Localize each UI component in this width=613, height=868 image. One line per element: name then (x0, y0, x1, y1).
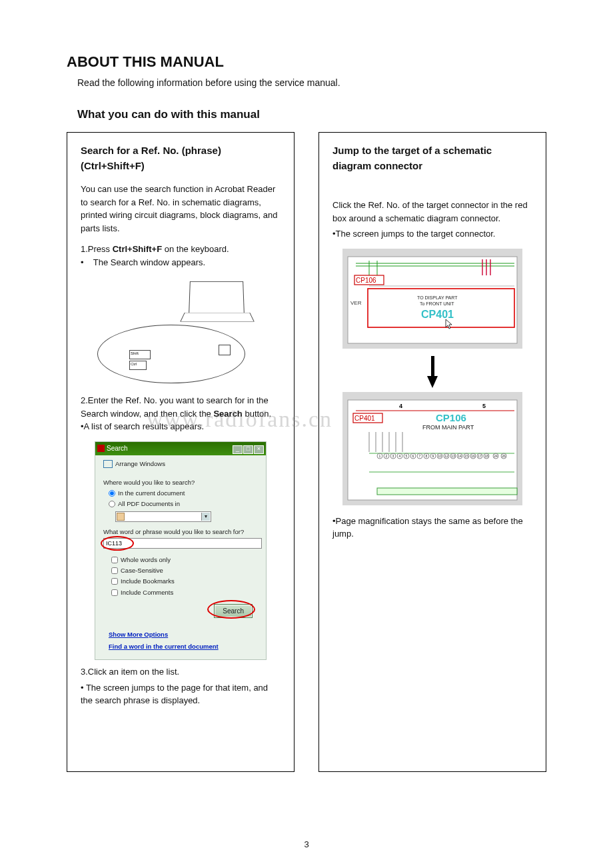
svg-text:6: 6 (412, 454, 414, 458)
folder-dropdown[interactable]: ▾ (115, 511, 211, 522)
svg-rect-1 (348, 257, 517, 343)
right-panel-title: Jump to the target of a schematic diagra… (332, 143, 532, 173)
svg-text:17: 17 (478, 454, 482, 458)
chevron-down-icon[interactable]: ▾ (201, 513, 210, 521)
to-display-part: TO DISPLAY PART (417, 295, 458, 300)
axis-5: 5 (482, 403, 486, 409)
cp401-label: CP401 (354, 415, 375, 422)
highlight-oval-input (101, 536, 134, 551)
maximize-icon[interactable]: □ (243, 445, 253, 454)
pdf-icon (97, 445, 105, 452)
step2: 2.Enter the Ref. No. you want to search … (81, 394, 281, 433)
radio-current-input[interactable] (109, 490, 115, 497)
ver-label: VER (350, 300, 362, 306)
right-panel: Jump to the target of a schematic diagra… (318, 132, 546, 772)
minimize-icon[interactable]: _ (233, 445, 243, 454)
cp401-target-link[interactable]: CP401 (421, 309, 454, 320)
intro-text: Read the following information before us… (77, 77, 546, 88)
svg-text:10: 10 (438, 454, 442, 458)
step1-bullet: The Search window appears. (93, 257, 205, 267)
left-panel: Search for a Ref. No. (phrase) (Ctrl+Shi… (67, 132, 295, 772)
shift-key-icon: Shift (129, 350, 151, 359)
right-note: •Page magnification stays the same as be… (332, 515, 532, 541)
dialog-titlebar: Search _□× (95, 442, 266, 455)
radio-current-label: In the current document (118, 489, 185, 498)
link-show-more[interactable]: Show More Options (109, 630, 258, 639)
svg-text:26: 26 (502, 454, 506, 458)
radio-all-label: All PDF Documents in (118, 499, 180, 509)
radio-all-pdf[interactable]: All PDF Documents in (109, 499, 258, 509)
page-title: ABOUT THIS MANUAL (67, 53, 546, 71)
cp106-label: CP106 (356, 277, 376, 284)
radio-all-input[interactable] (109, 501, 115, 507)
svg-text:18: 18 (484, 454, 488, 458)
to-front-unit: To FRONT UNIT (420, 301, 454, 306)
left-panel-title: Search for a Ref. No. (phrase) (Ctrl+Shi… (81, 143, 281, 173)
step2-bold: Search (213, 409, 242, 419)
f-key-icon (219, 345, 231, 355)
right-desc1: Click the Ref. No. of the target connect… (332, 199, 532, 225)
step1-pre: 1.Press (81, 244, 113, 254)
svg-text:9: 9 (432, 454, 434, 458)
svg-text:16: 16 (471, 454, 475, 458)
step2-bullet: •A list of search results appears. (81, 421, 204, 431)
svg-text:5: 5 (406, 454, 408, 458)
highlight-oval-search (207, 600, 255, 619)
arrange-label: Arrange Windows (115, 459, 165, 469)
search-dialog: Search _□× Arrange Windows Where would y… (95, 441, 267, 661)
svg-rect-62 (377, 488, 517, 495)
chk-bookmarks[interactable]: Include Bookmarks (111, 577, 258, 586)
schematic-2-svg: 4 5 CP401 CP106 FROM MAIN PART (342, 392, 522, 505)
right-desc2: •The screen jumps to the target connecto… (332, 227, 532, 241)
cp106-target-link[interactable]: CP106 (436, 412, 466, 423)
laptop-icon (189, 281, 245, 314)
step1: 1.Press Ctrl+Shift+F on the keyboard. • … (81, 243, 281, 269)
where-label: Where would you like to search? (103, 478, 258, 487)
step1-key: Ctrl+Shift+F (113, 244, 162, 254)
from-main-part: FROM MAIN PART (422, 424, 474, 431)
arrow-stem (431, 356, 434, 376)
window-buttons: _□× (232, 443, 264, 454)
two-column-layout: Search for a Ref. No. (phrase) (Ctrl+Shi… (67, 132, 546, 772)
manual-page: ABOUT THIS MANUAL Read the following inf… (0, 0, 613, 868)
schematic-top-image: CP106 VER TO DISPLAY PART To FRONT UNIT … (342, 249, 522, 353)
svg-text:13: 13 (451, 454, 455, 458)
close-icon[interactable]: × (254, 445, 264, 454)
svg-text:3: 3 (392, 454, 394, 458)
word-label: What word or phrase would you like to se… (103, 527, 258, 537)
window-icon (103, 460, 113, 468)
svg-text:1: 1 (379, 454, 381, 458)
arrange-windows-row[interactable]: Arrange Windows (103, 459, 258, 469)
chk-whole-words[interactable]: Whole words only (111, 555, 258, 565)
dialog-title: Search (107, 443, 128, 453)
schematic-1-svg: CP106 VER TO DISPLAY PART To FRONT UNIT … (342, 249, 522, 349)
chk-case[interactable]: Case-Sensitive (111, 566, 258, 575)
svg-text:7: 7 (419, 454, 421, 458)
page-number: 3 (0, 839, 613, 849)
svg-text:8: 8 (426, 454, 428, 458)
svg-text:24: 24 (494, 454, 498, 458)
left-desc: You can use the search function in Acrob… (81, 183, 281, 235)
radio-current-doc[interactable]: In the current document (109, 489, 258, 498)
svg-text:12: 12 (444, 454, 448, 458)
step3: 3.Click an item on the list. (81, 665, 281, 679)
axis-4: 4 (399, 403, 402, 409)
link-find-word[interactable]: Find a word in the current document (109, 642, 258, 651)
step3-bullet: • The screen jumps to the page for that … (81, 681, 281, 707)
step1-post: on the keyboard. (162, 244, 229, 254)
laptop-illustration: Shift Ctrl (91, 277, 271, 383)
svg-text:14: 14 (458, 454, 462, 458)
section-heading: What you can do with this manual (77, 108, 546, 121)
folder-icon (117, 513, 125, 521)
step2-post: button. (243, 409, 271, 419)
svg-text:15: 15 (464, 454, 468, 458)
arrow-down-icon (427, 376, 438, 388)
svg-text:2: 2 (386, 454, 388, 458)
schematic-bottom-image: 4 5 CP401 CP106 FROM MAIN PART (342, 392, 522, 509)
svg-text:4: 4 (399, 454, 401, 458)
chk-comments[interactable]: Include Comments (111, 588, 258, 597)
ctrl-key-icon: Ctrl (129, 361, 147, 370)
